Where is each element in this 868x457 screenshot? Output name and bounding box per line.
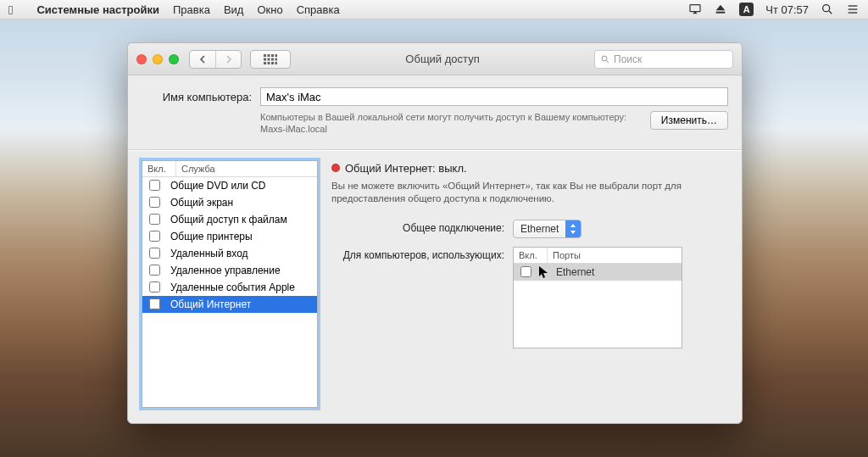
search-placeholder: Поиск: [614, 53, 642, 65]
svg-rect-10: [275, 54, 278, 57]
show-all-button[interactable]: [250, 50, 291, 69]
svg-rect-13: [271, 58, 274, 60]
svg-rect-1: [716, 12, 726, 14]
prefs-window: Общий доступ Поиск Имя компьютера: Компь…: [127, 42, 743, 424]
computer-name-caption: Компьютеры в Вашей локальной сети могут …: [260, 111, 642, 136]
airplay-icon[interactable]: [688, 3, 702, 16]
input-source-icon[interactable]: А: [739, 3, 754, 16]
service-row[interactable]: Общий Интернет: [142, 296, 317, 313]
apple-menu-icon[interactable]: : [8, 3, 13, 17]
service-checkbox[interactable]: [149, 265, 160, 276]
service-label: Общий экран: [170, 197, 233, 209]
service-checkbox[interactable]: [149, 180, 160, 191]
edit-button[interactable]: Изменить…: [650, 111, 728, 130]
services-header-service[interactable]: Служба: [176, 161, 317, 176]
share-from-select[interactable]: Ethernet: [513, 220, 581, 238]
svg-rect-7: [264, 54, 266, 57]
service-row[interactable]: Общие DVD или CD: [142, 177, 317, 194]
svg-point-19: [602, 56, 607, 61]
service-checkbox[interactable]: [149, 281, 160, 293]
services-list: Вкл. Служба Общие DVD или CDОбщий экранО…: [142, 160, 318, 408]
content: Имя компьютера: Компьютеры в Вашей локал…: [128, 75, 742, 423]
svg-rect-0: [690, 5, 700, 12]
service-label: Удаленное управление: [170, 265, 281, 276]
service-checkbox[interactable]: [149, 214, 160, 225]
window-title: Общий доступ: [291, 53, 594, 65]
service-row[interactable]: Общие принтеры: [142, 228, 317, 245]
spotlight-icon[interactable]: [821, 3, 834, 16]
computer-name-input[interactable]: [260, 87, 728, 106]
service-label: Общий доступ к файлам: [170, 214, 287, 226]
search-field[interactable]: Поиск: [594, 50, 733, 69]
status-text: Общий Интернет: выкл.: [345, 162, 467, 175]
back-button[interactable]: [190, 51, 215, 68]
titlebar: Общий доступ Поиск: [128, 43, 742, 75]
ports-header-on[interactable]: Вкл.: [514, 248, 548, 263]
menu-help[interactable]: Справка: [297, 3, 340, 16]
service-label: Общие принтеры: [170, 231, 253, 242]
service-row[interactable]: Общий доступ к файлам: [142, 211, 317, 228]
svg-rect-17: [271, 62, 274, 64]
services-header: Вкл. Служба: [142, 161, 317, 177]
port-row[interactable]: Ethernet: [514, 264, 682, 281]
clock[interactable]: Чт 07:57: [765, 3, 809, 16]
menu-view[interactable]: Вид: [224, 3, 244, 16]
service-label: Общий Интернет: [170, 298, 251, 310]
service-label: Общие DVD или CD: [170, 180, 266, 192]
service-checkbox[interactable]: [149, 197, 160, 208]
chevron-updown-icon: [565, 220, 581, 237]
zoom-button[interactable]: [169, 54, 179, 64]
menu-edit[interactable]: Правка: [173, 3, 210, 16]
service-row[interactable]: Удаленный вход: [142, 245, 317, 262]
service-checkbox[interactable]: [149, 231, 160, 242]
service-row[interactable]: Удаленные события Apple: [142, 279, 317, 296]
svg-rect-14: [275, 58, 278, 60]
traffic-lights: [136, 54, 179, 64]
cursor-icon: [539, 266, 548, 281]
service-label: Удаленные события Apple: [170, 281, 295, 293]
detail-pane: Общий Интернет: выкл. Вы не можете включ…: [331, 160, 728, 408]
ports-header: Вкл. Порты: [514, 248, 682, 264]
port-label: Ethernet: [556, 266, 594, 278]
svg-line-3: [829, 11, 832, 14]
svg-rect-15: [264, 62, 266, 64]
service-checkbox[interactable]: [149, 298, 160, 309]
ports-header-ports[interactable]: Порты: [548, 248, 682, 263]
divider: [128, 149, 742, 150]
svg-line-20: [607, 60, 609, 63]
computer-name-label: Имя компьютера:: [142, 87, 252, 103]
service-checkbox[interactable]: [149, 248, 160, 259]
service-row[interactable]: Общий экран: [142, 194, 317, 211]
to-computers-label: Для компьютеров, использующих:: [331, 247, 504, 263]
svg-rect-16: [268, 62, 270, 64]
svg-rect-8: [268, 54, 270, 57]
status-hint: Вы не можете включить «Общий Интернет», …: [331, 180, 728, 206]
svg-rect-18: [275, 62, 278, 64]
service-label: Удаленный вход: [170, 248, 248, 259]
forward-button[interactable]: [215, 51, 241, 68]
eject-icon[interactable]: [714, 3, 727, 16]
ports-list: Вкл. Порты Ethernet: [513, 247, 682, 348]
minimize-button[interactable]: [153, 54, 163, 64]
nav-back-forward: [189, 50, 242, 69]
sidebar-icon[interactable]: [846, 3, 860, 16]
svg-rect-9: [271, 54, 274, 57]
services-header-on[interactable]: Вкл.: [142, 161, 176, 176]
svg-point-2: [823, 5, 830, 12]
share-from-label: Общее подключение:: [331, 220, 504, 236]
menu-window[interactable]: Окно: [257, 3, 282, 16]
service-row[interactable]: Удаленное управление: [142, 262, 317, 279]
svg-rect-11: [264, 58, 266, 60]
status-indicator-off: [331, 164, 340, 172]
close-button[interactable]: [136, 54, 147, 64]
menubar:  Системные настройки Правка Вид Окно Сп…: [0, 0, 868, 20]
share-from-value: Ethernet: [514, 223, 565, 235]
port-checkbox[interactable]: [520, 266, 531, 277]
app-name[interactable]: Системные настройки: [36, 3, 159, 16]
svg-rect-12: [268, 58, 270, 60]
